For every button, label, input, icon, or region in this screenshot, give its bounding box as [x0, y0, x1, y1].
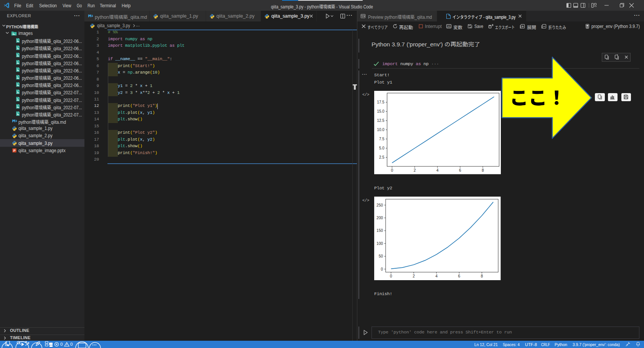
svg-text:50: 50 [379, 254, 383, 258]
svg-text:7.5: 7.5 [379, 137, 385, 141]
svg-text:12.5: 12.5 [377, 118, 385, 123]
svg-text:15.0: 15.0 [377, 109, 385, 113]
svg-text:17.5: 17.5 [377, 100, 385, 104]
svg-text:100: 100 [376, 241, 383, 245]
svg-text:200: 200 [376, 216, 383, 220]
svg-text:250: 250 [376, 203, 383, 207]
svg-text:8: 8 [481, 274, 483, 278]
svg-text:10.0: 10.0 [377, 128, 385, 132]
svg-text:0: 0 [391, 168, 393, 172]
svg-text:P: P [13, 149, 15, 153]
svg-text:4: 4 [435, 274, 438, 278]
svg-text:6: 6 [459, 168, 461, 172]
svg-text:0: 0 [381, 267, 383, 271]
svg-text:6: 6 [458, 274, 461, 278]
svg-text:8: 8 [482, 168, 484, 172]
svg-text:2: 2 [413, 274, 415, 278]
svg-text:150: 150 [376, 228, 383, 233]
svg-text:ここ！: ここ！ [510, 83, 566, 110]
svg-text:4: 4 [436, 168, 439, 172]
svg-text:0: 0 [390, 274, 392, 278]
svg-text:2: 2 [414, 168, 416, 172]
svg-text:(x): (x) [447, 25, 450, 28]
svg-text:2.5: 2.5 [379, 155, 385, 159]
svg-text:5.0: 5.0 [379, 146, 385, 150]
